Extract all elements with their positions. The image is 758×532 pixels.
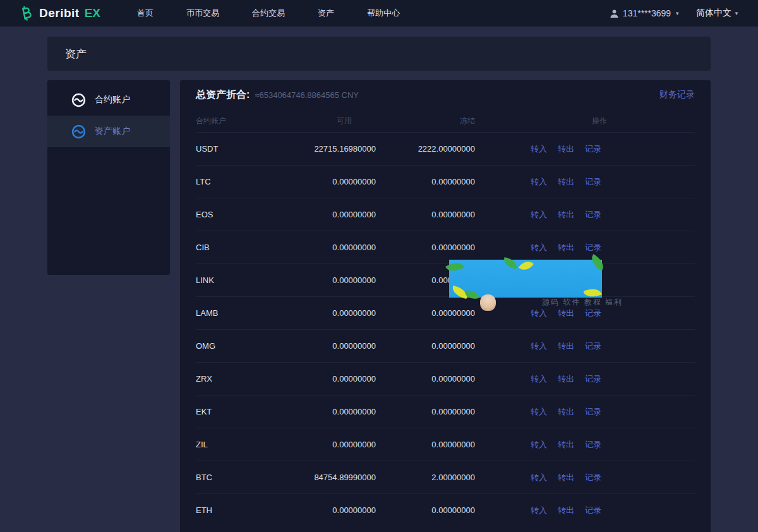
transfer-in-link[interactable]: 转入 xyxy=(531,439,547,450)
frozen-balance: 0.00000000 xyxy=(376,407,475,416)
leaf-icon xyxy=(519,258,534,274)
records-link[interactable]: 记录 xyxy=(585,472,601,483)
transfer-out-link[interactable]: 转出 xyxy=(558,308,574,319)
coin-name: ZRX xyxy=(196,374,297,384)
available-balance: 0.00000000 xyxy=(297,243,376,252)
table-row: EKT 0.00000000 0.00000000 转入 转出 记录 xyxy=(196,395,695,428)
frozen-balance: 0.00000000 xyxy=(376,308,475,318)
coin-name: EKT xyxy=(196,407,297,416)
nav-item-help-center[interactable]: 帮助中心 xyxy=(367,8,400,19)
coin-name: USDT xyxy=(196,144,297,154)
coin-name: LAMB xyxy=(196,308,297,318)
table-row: OMG 0.00000000 0.00000000 转入 转出 记录 xyxy=(196,329,695,362)
coin-name: LTC xyxy=(196,177,297,186)
nav-item-assets[interactable]: 资产 xyxy=(318,8,334,19)
table-row: EOS 0.00000000 0.00000000 转入 转出 记录 xyxy=(196,198,695,231)
account-sidebar: 合约账户 资产账户 xyxy=(47,80,170,275)
records-link[interactable]: 记录 xyxy=(585,242,601,253)
watermark-banner-image xyxy=(449,260,602,298)
table-row: BTC 84754.89990000 2.00000000 转入 转出 记录 xyxy=(196,461,695,493)
records-link[interactable]: 记录 xyxy=(585,308,601,319)
records-link[interactable]: 记录 xyxy=(585,406,601,418)
language-label: 简体中文 xyxy=(696,8,731,19)
transfer-in-link[interactable]: 转入 xyxy=(531,308,547,319)
transfer-in-link[interactable]: 转入 xyxy=(531,505,547,516)
header-available: 可用 xyxy=(297,116,376,126)
frozen-balance: 0.00000000 xyxy=(376,440,475,449)
coin-name: ETH xyxy=(196,505,297,515)
asset-account-icon xyxy=(71,124,86,139)
records-link[interactable]: 记录 xyxy=(585,176,601,188)
transfer-in-link[interactable]: 转入 xyxy=(531,143,547,155)
header-frozen: 冻结 xyxy=(376,116,475,126)
transfer-out-link[interactable]: 转出 xyxy=(558,406,574,418)
table-row: LTC 0.00000000 0.00000000 转入 转出 记录 xyxy=(196,165,695,198)
transfer-out-link[interactable]: 转出 xyxy=(558,373,574,385)
transfer-in-link[interactable]: 转入 xyxy=(531,341,547,352)
brand-logo[interactable]: DeribitEX xyxy=(19,6,100,21)
header-actions: 操作 xyxy=(475,116,695,126)
records-link[interactable]: 记录 xyxy=(585,373,601,385)
transfer-in-link[interactable]: 转入 xyxy=(531,176,547,188)
user-phone: 131****3699 xyxy=(623,8,671,18)
transfer-out-link[interactable]: 转出 xyxy=(558,209,574,221)
chevron-down-icon: ▼ xyxy=(675,11,680,16)
coin-name: EOS xyxy=(196,210,297,219)
header-account: 合约账户 xyxy=(196,116,297,126)
transfer-out-link[interactable]: 转出 xyxy=(558,143,574,155)
transfer-in-link[interactable]: 转入 xyxy=(531,472,547,483)
sidebar-item-label: 资产账户 xyxy=(95,126,130,137)
transfer-out-link[interactable]: 转出 xyxy=(558,439,574,450)
sidebar-item-asset-account[interactable]: 资产账户 xyxy=(47,116,170,147)
records-link[interactable]: 记录 xyxy=(585,209,601,221)
coin-name: BTC xyxy=(196,473,297,482)
transfer-out-link[interactable]: 转出 xyxy=(558,242,574,253)
transfer-in-link[interactable]: 转入 xyxy=(531,373,547,385)
transfer-out-link[interactable]: 转出 xyxy=(558,341,574,352)
transfer-out-link[interactable]: 转出 xyxy=(558,472,574,483)
total-assets-value: ≈6534064746.8864565 CNY xyxy=(255,90,359,100)
transfer-out-link[interactable]: 转出 xyxy=(558,176,574,188)
frozen-balance: 2222.00000000 xyxy=(376,144,475,154)
table-row: LINK 0.00000000 0.00000000 转入 转出 记录 xyxy=(196,263,695,296)
nav-item-contract-trade[interactable]: 合约交易 xyxy=(252,8,285,19)
records-link[interactable]: 记录 xyxy=(585,143,601,155)
page-container: 资产 合约账户 资产账户 xyxy=(47,37,711,532)
language-selector[interactable]: 简体中文 ▼ xyxy=(696,8,739,19)
records-link[interactable]: 记录 xyxy=(585,505,601,516)
available-balance: 0.00000000 xyxy=(297,275,376,285)
available-balance: 84754.89990000 xyxy=(297,473,376,482)
sidebar-item-contract-account[interactable]: 合约账户 xyxy=(47,84,170,116)
available-balance: 0.00000000 xyxy=(297,374,376,384)
records-link[interactable]: 记录 xyxy=(585,341,601,352)
nav-item-home[interactable]: 首页 xyxy=(137,8,153,19)
transfer-in-link[interactable]: 转入 xyxy=(531,406,547,418)
available-balance: 0.00000000 xyxy=(297,308,376,318)
contract-account-icon xyxy=(71,93,86,107)
table-row: ZRX 0.00000000 0.00000000 转入 转出 记录 xyxy=(196,362,695,395)
asset-table-header: 合约账户 可用 冻结 操作 xyxy=(196,109,695,132)
coin-name: OMG xyxy=(196,341,297,351)
records-link[interactable]: 记录 xyxy=(585,439,601,450)
table-row: CIB 0.00000000 0.00000000 转入 转出 记录 xyxy=(196,231,695,263)
transfer-out-link[interactable]: 转出 xyxy=(558,505,574,516)
transfer-in-link[interactable]: 转入 xyxy=(531,242,547,253)
available-balance: 0.00000000 xyxy=(297,407,376,416)
watermark-caption: 源码 软件 教程 福利 xyxy=(542,297,623,308)
frozen-balance: 0.00000000 xyxy=(376,341,475,351)
table-row: ETH 0.00000000 0.00000000 转入 转出 记录 xyxy=(196,493,695,526)
total-assets-label: 总资产折合: xyxy=(196,88,250,102)
user-menu[interactable]: 131****3699 ▼ xyxy=(610,8,680,18)
table-row: ZIL 0.00000000 0.00000000 转入 转出 记录 xyxy=(196,428,695,461)
financial-records-link[interactable]: 财务记录 xyxy=(659,89,695,100)
bitcoin-logo-icon xyxy=(18,4,35,22)
top-navbar: DeribitEX 首页 币币交易 合约交易 资产 帮助中心 131****36… xyxy=(0,0,758,27)
nav-item-spot-trade[interactable]: 币币交易 xyxy=(186,8,219,19)
total-assets-row: 总资产折合: ≈6534064746.8864565 CNY 财务记录 xyxy=(196,80,695,109)
frozen-balance: 0.00000000 xyxy=(376,177,475,186)
brand-suffix: EX xyxy=(85,6,100,20)
available-balance: 0.00000000 xyxy=(297,341,376,351)
user-icon xyxy=(610,9,619,18)
transfer-in-link[interactable]: 转入 xyxy=(531,209,547,221)
watermark-mascot-icon xyxy=(480,294,496,311)
